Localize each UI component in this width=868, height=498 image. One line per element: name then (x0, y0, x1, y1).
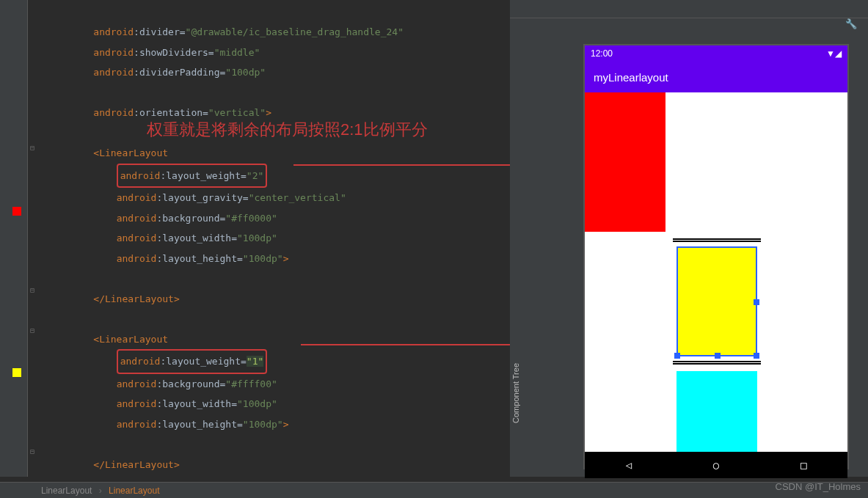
breadcrumb-item[interactable]: LinearLayout (41, 486, 92, 496)
cyan-linearlayout[interactable] (676, 371, 757, 452)
resize-handle[interactable] (754, 299, 759, 305)
nav-back-icon[interactable]: ◁ (625, 459, 631, 471)
code-line[interactable]: android:showDividers="middle" (41, 43, 496, 63)
component-tree-tab[interactable]: Component Tree (510, 359, 522, 427)
color-swatch-red[interactable] (12, 207, 21, 216)
preview-toolbar[interactable] (510, 0, 868, 18)
red-linearlayout[interactable] (585, 92, 665, 232)
divider-top (673, 238, 761, 242)
device-preview[interactable]: 12:00 ▼◢ myLinearlayout ◁ ○ □ (583, 44, 849, 469)
code-line[interactable]: <LinearLayout (41, 143, 496, 164)
resize-handle[interactable] (715, 353, 721, 359)
layout-preview-panel: 🔧 Component Tree 12:00 ▼◢ myLinearlayout (510, 0, 868, 477)
code-line[interactable]: android:layout_width="100dp" (41, 394, 496, 414)
code-line[interactable]: <LinearLayout (41, 329, 496, 350)
breadcrumb-current[interactable]: LinearLayout (109, 486, 159, 496)
fold-marker[interactable]: ⊟ (30, 326, 37, 334)
resize-handle[interactable] (754, 353, 759, 359)
fold-marker[interactable]: ⊟ (30, 144, 37, 151)
code-line[interactable] (41, 309, 496, 329)
layout-viewport[interactable] (585, 92, 847, 452)
code-line[interactable]: </LinearLayout> (41, 455, 496, 475)
wrench-icon[interactable]: 🔧 (845, 18, 857, 29)
code-line[interactable]: android:background="#ffff00" (41, 374, 496, 395)
code-line[interactable]: android:background="#ff0000" (41, 208, 496, 229)
code-line[interactable] (41, 434, 496, 455)
code-line[interactable]: android:divider="@drawable/ic_baseline_d… (41, 22, 496, 43)
code-line[interactable]: android:layout_gravity="center_vertical" (41, 188, 496, 208)
code-line[interactable] (41, 268, 496, 289)
yellow-linearlayout-selected[interactable] (676, 246, 757, 356)
fold-marker[interactable]: ⊟ (30, 286, 37, 293)
app-title: myLinearlayout (594, 71, 668, 84)
nav-recent-icon[interactable]: □ (800, 459, 806, 471)
code-line[interactable]: android:layout_height="100dp"> (41, 414, 496, 435)
code-line[interactable]: android:layout_height="100dp"> (41, 249, 496, 269)
annotation-label: 权重就是将剩余的布局按照2:1比例平分 (147, 119, 428, 141)
code-line[interactable] (41, 83, 496, 103)
code-line[interactable]: </LinearLayout> (41, 289, 496, 310)
breadcrumb-separator: › (95, 486, 106, 496)
nav-home-icon[interactable]: ○ (713, 459, 719, 471)
watermark: CSDN @IT_Holmes (776, 481, 861, 492)
resize-handle[interactable] (674, 353, 680, 359)
divider-bottom (673, 361, 761, 365)
color-swatch-yellow[interactable] (12, 368, 21, 377)
status-time: 12:00 (591, 48, 613, 59)
breadcrumb[interactable]: LinearLayout › LinearLayout (0, 482, 868, 498)
android-status-bar: 12:00 ▼◢ (585, 45, 847, 63)
code-line[interactable]: android:layout_width="100dp" (41, 228, 496, 249)
code-line[interactable]: android:layout_weight="1" (41, 349, 496, 374)
editor-gutter[interactable] (0, 0, 28, 477)
fold-marker[interactable]: ⊟ (30, 447, 37, 455)
code-line[interactable]: android:layout_weight="2" (41, 164, 496, 188)
status-icons: ▼◢ (826, 48, 842, 59)
app-toolbar: myLinearlayout (585, 63, 847, 92)
code-line[interactable]: android:dividerPadding="100dp" (41, 62, 496, 83)
android-nav-bar: ◁ ○ □ (585, 452, 847, 478)
code-editor[interactable]: android:divider="@drawable/ic_baseline_d… (41, 0, 496, 477)
fold-gutter[interactable]: ⊟ ⊟ ⊟ ⊟ (28, 0, 41, 477)
